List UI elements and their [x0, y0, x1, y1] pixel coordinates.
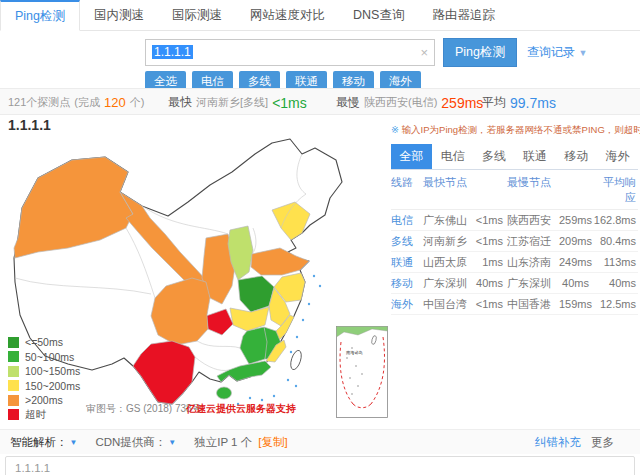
average-value: 99.7ms	[510, 95, 556, 111]
table-header: 线路 最快节点 最慢节点 平均响应	[391, 170, 638, 210]
panel-note: ※ 输入IP为Ping检测，若服务器网络不通或禁PING，则超时。	[391, 124, 638, 137]
chevron-down-icon[interactable]: ▼	[70, 438, 78, 447]
panel-tab-unicom[interactable]: 联通	[515, 144, 556, 169]
panel-tab-overseas[interactable]: 海外	[597, 144, 638, 169]
table-row: 多线 河南新乡 <1ms 江苏宿迁 209ms 80.4ms	[391, 231, 638, 252]
stats-bar: 121个探测点 (完成120个) 最快 河南新乡[多线] <1ms 最慢 陕西西…	[0, 88, 640, 115]
smart-dns-label: 智能解析：	[10, 435, 68, 450]
legend-swatch-3	[8, 380, 19, 391]
legend-label-5: 超时	[25, 408, 46, 422]
table-row: 海外 中国台湾 <1ms 中国香港 159ms 12.5ms	[391, 294, 638, 315]
panel-tab-mobile[interactable]: 移动	[556, 144, 597, 169]
slowest-value: 259ms	[441, 95, 483, 111]
tab-ping[interactable]: Ping检测	[0, 0, 80, 31]
legend-swatch-5	[8, 409, 19, 420]
ip-input-value: 1.1.1.1	[152, 45, 193, 59]
result-item-header[interactable]: 1.1.1.1	[5, 456, 635, 475]
tab-dns-query[interactable]: DNS查询	[339, 0, 418, 30]
note-icon: ※	[391, 124, 399, 135]
sea-inset: 南海诸岛	[337, 327, 388, 418]
search-row: 1.1.1.1 × Ping检测 查询记录 ▼	[145, 38, 587, 66]
results-panel: ※ 输入IP为Ping检测，若服务器网络不通或禁PING，则超时。 全部 电信 …	[391, 124, 638, 315]
done-count: 120	[104, 95, 126, 110]
map-license: 审图号：GS (2018) 738号	[86, 402, 202, 416]
panel-tab-multiline[interactable]: 多线	[473, 144, 514, 169]
unique-ip-count: 独立IP 1 个	[194, 435, 252, 450]
table-row: 移动 广东深圳 40ms 广东深圳 40ms 40ms	[391, 273, 638, 294]
panel-tab-telecom[interactable]: 电信	[432, 144, 473, 169]
panel-tabs: 全部 电信 多线 联通 移动 海外	[391, 144, 638, 170]
legend-label-4: >200ms	[25, 394, 63, 406]
legend-label-0: <=50ms	[25, 336, 63, 348]
chevron-down-icon: ▼	[578, 48, 587, 58]
panel-tab-all[interactable]: 全部	[391, 144, 432, 169]
legend-label-3: 150~200ms	[25, 380, 80, 392]
fastest-value: <1ms	[272, 95, 307, 111]
history-link[interactable]: 查询记录 ▼	[527, 44, 587, 61]
history-label: 查询记录	[527, 45, 575, 59]
map-sponsor: 亿速云提供云服务器支持	[186, 402, 296, 416]
legend-label-1: 50~100ms	[25, 351, 74, 363]
table-row: 联通 山西太原 1ms 山东济南 249ms 113ms	[391, 252, 638, 273]
tab-domestic-speed[interactable]: 国内测速	[80, 0, 158, 30]
legend-swatch-0	[8, 337, 19, 348]
footer-bar: 智能解析： ▼ CDN提供商： ▼ 独立IP 1 个 [复制] 纠错补充 更多	[0, 429, 640, 454]
clear-icon[interactable]: ×	[420, 45, 428, 60]
province-hainan	[217, 387, 232, 399]
copy-link[interactable]: [复制]	[258, 435, 287, 450]
legend-swatch-1	[8, 351, 19, 362]
tab-traceroute[interactable]: 路由器追踪	[418, 0, 509, 30]
tab-intl-speed[interactable]: 国际测速	[158, 0, 236, 30]
correction-link[interactable]: 纠错补充	[535, 435, 581, 450]
more-link[interactable]: 更多	[591, 435, 614, 450]
probe-count: 121个探测点 (完成120个)	[8, 89, 144, 116]
cdn-provider-label: CDN提供商：	[95, 435, 166, 450]
legend-swatch-4	[8, 395, 19, 406]
legend-swatch-2	[8, 366, 19, 377]
top-tab-bar: Ping检测 国内测速 国际测速 网站速度对比 DNS查询 路由器追踪	[0, 0, 640, 31]
china-map: 南海诸岛 <=50ms 50~100ms 100~150ms 150~200ms…	[0, 130, 390, 430]
fastest-stat: 最快 河南新乡[多线] <1ms	[168, 89, 307, 116]
legend-label-2: 100~150ms	[25, 365, 80, 377]
table-row: 电信 广东佛山 <1ms 陕西西安 259ms 162.8ms	[391, 210, 638, 231]
ping-test-page: Ping检测 国内测速 国际测速 网站速度对比 DNS查询 路由器追踪 1.1.…	[0, 0, 640, 475]
slowest-stat: 最慢 陕西西安(电信) 259ms	[336, 89, 483, 116]
tab-site-compare[interactable]: 网站速度对比	[236, 0, 339, 30]
chevron-down-icon[interactable]: ▼	[168, 438, 176, 447]
inset-label: 南海诸岛	[346, 350, 363, 355]
ip-input[interactable]: 1.1.1.1 ×	[145, 39, 435, 66]
map-legend: <=50ms 50~100ms 100~150ms 150~200ms >200…	[8, 335, 80, 422]
ping-button[interactable]: Ping检测	[443, 38, 517, 67]
average-stat: 平均 99.7ms	[482, 89, 556, 116]
